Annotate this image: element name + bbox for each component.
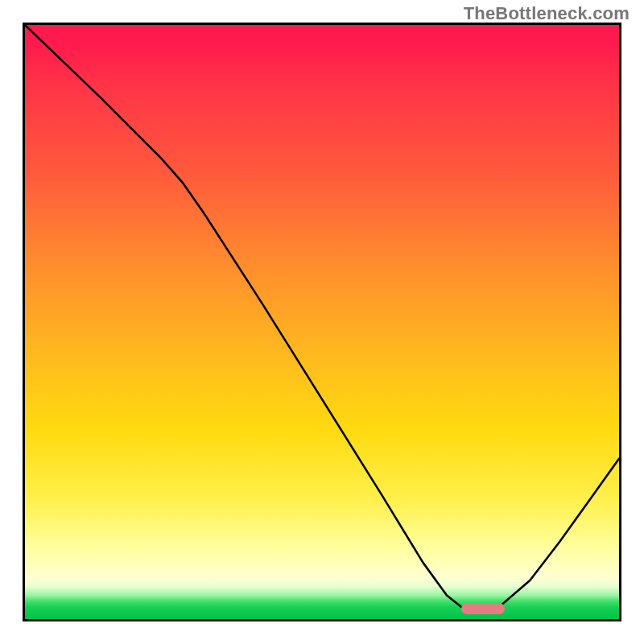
chart-container: TheBottleneck.com bbox=[0, 0, 644, 644]
bottleneck-curve bbox=[25, 25, 619, 619]
watermark-text: TheBottleneck.com bbox=[464, 3, 630, 24]
plot-area bbox=[23, 23, 621, 621]
optimal-marker bbox=[461, 603, 505, 614]
